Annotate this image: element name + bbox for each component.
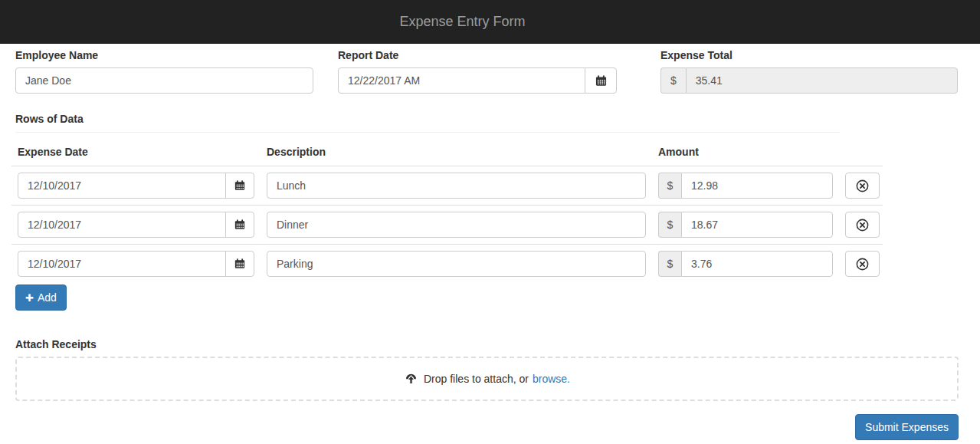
remove-row-button[interactable] [845, 251, 880, 277]
upload-icon [404, 372, 418, 384]
amount-input-group: $ [658, 251, 833, 277]
amount-column-header: Amount [652, 133, 839, 166]
browse-link[interactable]: browse. [533, 373, 570, 385]
plus-icon: ✚ [25, 293, 34, 303]
report-date-input[interactable] [338, 67, 585, 94]
expense-row: $ [11, 245, 883, 284]
employee-name-input[interactable] [15, 67, 313, 94]
expense-rows-table: Expense Date Description Amount [11, 133, 883, 283]
expense-date-input[interactable] [18, 251, 226, 277]
description-input[interactable] [267, 251, 646, 277]
submit-expenses-button[interactable]: Submit Expenses [855, 414, 959, 440]
actions-column-header [839, 133, 883, 166]
expense-date-calendar-button[interactable] [225, 212, 254, 238]
attach-receipts-label: Attach Receipts [15, 338, 959, 350]
calendar-icon [234, 219, 245, 230]
expense-total-input [686, 67, 958, 94]
expense-date-calendar-button[interactable] [225, 173, 254, 199]
report-date-label: Report Date [338, 49, 617, 61]
expense-date-column-header: Expense Date [11, 133, 261, 166]
report-date-field: Report Date [338, 49, 617, 94]
report-date-calendar-button[interactable] [585, 67, 617, 94]
expense-date-input[interactable] [18, 212, 226, 238]
description-input[interactable] [267, 212, 646, 238]
remove-row-button[interactable] [845, 212, 880, 238]
rows-of-data-heading: Rows of Data [15, 113, 840, 133]
employee-name-label: Employee Name [15, 49, 313, 61]
top-fields-row: Employee Name Report Date [15, 49, 959, 94]
amount-input-group: $ [658, 173, 833, 199]
add-row-button[interactable]: ✚ Add [15, 284, 67, 311]
expense-row: $ [11, 206, 883, 245]
page-title: Expense Entry Form [399, 14, 525, 30]
calendar-icon [595, 75, 607, 87]
amount-input[interactable] [681, 251, 833, 277]
currency-addon: $ [658, 173, 681, 199]
expense-total-field: Expense Total $ [660, 49, 958, 94]
expense-date-calendar-button[interactable] [225, 251, 254, 277]
calendar-icon [234, 180, 245, 191]
amount-input[interactable] [681, 173, 833, 199]
description-input[interactable] [267, 173, 646, 199]
expense-date-input[interactable] [18, 173, 226, 199]
employee-name-field: Employee Name [15, 49, 313, 94]
dropzone-text: Drop files to attach, or [424, 373, 529, 385]
remove-circle-icon [855, 257, 870, 271]
remove-circle-icon [855, 179, 870, 193]
report-date-input-group [338, 67, 617, 94]
calendar-icon [234, 258, 245, 269]
amount-input-group: $ [658, 212, 833, 238]
remove-row-button[interactable] [845, 173, 880, 199]
currency-addon: $ [660, 67, 686, 94]
currency-addon: $ [658, 251, 681, 277]
expense-total-label: Expense Total [660, 49, 958, 61]
expense-date-input-group [18, 251, 254, 277]
add-button-label: Add [38, 291, 57, 304]
expense-total-input-group: $ [660, 67, 958, 94]
remove-circle-icon [855, 218, 870, 232]
amount-input[interactable] [681, 212, 833, 238]
submit-row: Submit Expenses [15, 414, 959, 440]
description-column-header: Description [261, 133, 652, 166]
receipts-dropzone[interactable]: Drop files to attach, or browse. [15, 357, 959, 401]
expense-row: $ [11, 166, 883, 206]
app-header: Expense Entry Form [0, 0, 980, 44]
expense-date-input-group [18, 212, 254, 238]
attach-receipts-section: Attach Receipts Drop files to attach, or… [15, 338, 959, 401]
expense-form: Employee Name Report Date [0, 44, 980, 440]
table-header-row: Expense Date Description Amount [11, 133, 883, 166]
currency-addon: $ [658, 212, 681, 238]
expense-date-input-group [18, 173, 254, 199]
